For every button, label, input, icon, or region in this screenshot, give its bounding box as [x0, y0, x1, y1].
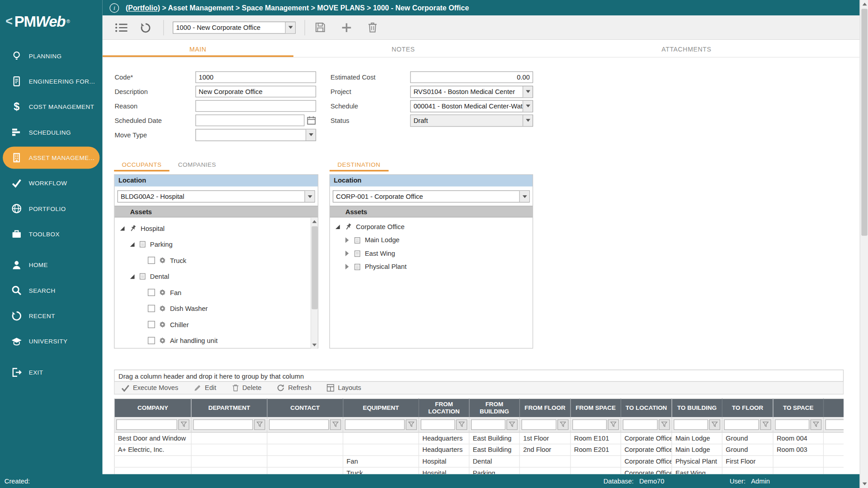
grid-row[interactable]: A+ Electric, Inc.HeadquartersEast Buildi… [114, 444, 844, 456]
chevron-down-icon[interactable] [523, 86, 533, 97]
filter-funnel-icon[interactable] [506, 419, 517, 430]
filter-funnel-icon[interactable] [760, 419, 771, 430]
sidebar-item-engineering-forms[interactable]: ENGINEERING FOR... [0, 69, 103, 94]
collapse-caret-icon[interactable] [120, 226, 125, 230]
column-filter-input[interactable] [471, 419, 505, 430]
grid-column-header[interactable]: TO FLOOR [722, 399, 773, 417]
tree-node[interactable]: Fan [114, 284, 317, 300]
tree-node[interactable]: Dental [114, 268, 317, 285]
sidebar-item-workflow[interactable]: WORKFLOW [0, 170, 103, 196]
grid-column-header[interactable]: COMPANY [114, 399, 191, 417]
tree-node[interactable]: East Wing [330, 247, 533, 260]
pmweb-logo[interactable]: < PMWeb® [0, 0, 103, 43]
filter-funnel-icon[interactable] [709, 419, 720, 430]
tree-node[interactable]: Dish Washer [114, 300, 317, 317]
tab-destination[interactable]: DESTINATION [330, 157, 389, 172]
description-field[interactable] [195, 86, 316, 98]
delete-button[interactable]: Delete [232, 384, 262, 392]
column-filter-input[interactable] [826, 419, 844, 430]
chevron-down-icon[interactable] [519, 191, 529, 202]
asset-checkbox[interactable] [148, 305, 155, 312]
column-filter-input[interactable] [116, 419, 177, 430]
collapse-caret-icon[interactable] [335, 225, 340, 229]
grid-column-header[interactable]: TO BUILDING [672, 399, 722, 417]
destination-location-select[interactable]: CORP-001 - Corporate Office [333, 190, 530, 202]
delete-record-icon[interactable] [367, 21, 379, 34]
grid-column-header[interactable]: FROM SPACE [571, 399, 621, 417]
save-icon[interactable] [314, 21, 326, 34]
expand-caret-icon[interactable] [345, 264, 349, 269]
filter-funnel-icon[interactable] [608, 419, 618, 430]
collapse-caret-icon[interactable] [130, 274, 135, 279]
info-icon[interactable]: i [109, 3, 119, 13]
sidebar-item-exit[interactable]: EXIT [0, 360, 103, 385]
code-field[interactable] [195, 71, 316, 83]
tree-node[interactable]: Main Lodge [330, 234, 533, 247]
grid-column-header[interactable]: TO SPACE [773, 399, 823, 417]
tab-occupants[interactable]: OCCUPANTS [114, 157, 169, 172]
tab-main[interactable]: MAIN [103, 40, 293, 57]
add-record-icon[interactable] [340, 21, 353, 34]
column-filter-input[interactable] [775, 419, 809, 430]
schedule-select[interactable]: 000041 - Boston Medical Center-Wat [410, 100, 533, 112]
column-filter-input[interactable] [421, 419, 455, 430]
asset-checkbox[interactable] [148, 289, 155, 296]
scheduled-date-field[interactable] [195, 114, 304, 126]
grid-column-header[interactable]: DEPARTMENT [191, 399, 267, 417]
filter-funnel-icon[interactable] [254, 419, 265, 430]
page-scrollbar[interactable] [860, 0, 868, 488]
sidebar-item-asset-management[interactable]: ASSET MANAGEME... [3, 146, 99, 169]
chevron-down-icon[interactable] [306, 129, 316, 140]
sidebar-item-planning[interactable]: PLANNING [0, 43, 103, 69]
tree-node[interactable]: Hospital [114, 220, 317, 236]
sidebar-item-search[interactable]: SEARCH [0, 278, 103, 303]
grid-column-header[interactable]: CONTACT [267, 399, 343, 417]
sidebar-item-cost-management[interactable]: $ COST MANAGEMENT [0, 94, 103, 119]
status-select[interactable]: Draft [410, 114, 533, 127]
sidebar-item-scheduling[interactable]: SCHEDULING [0, 119, 103, 145]
grid-column-header[interactable]: TO LOCATION [621, 399, 672, 417]
grid-column-header[interactable]: EQUIPMENT [343, 399, 419, 417]
sidebar-item-toolbox[interactable]: TOOLBOX [0, 221, 103, 247]
scroll-down-icon[interactable] [860, 480, 868, 488]
sidebar-item-recent[interactable]: RECENT [0, 303, 103, 328]
sidebar-item-home[interactable]: HOME [0, 252, 103, 277]
edit-button[interactable]: Edit [194, 384, 217, 392]
column-filter-input[interactable] [724, 419, 759, 430]
breadcrumb-portfolio-link[interactable]: (Portfolio) [126, 4, 160, 12]
project-select[interactable]: RVS0104 - Boston Medical Center [410, 85, 533, 98]
tree-node[interactable]: Truck [114, 252, 317, 268]
record-selector[interactable]: 1000 - New Corporate Office [173, 21, 296, 33]
filter-funnel-icon[interactable] [811, 419, 821, 430]
sidebar-item-university[interactable]: UNIVERSITY [0, 328, 103, 354]
calendar-icon[interactable] [306, 115, 316, 126]
filter-funnel-icon[interactable] [659, 419, 670, 430]
scrollbar-thumb[interactable] [861, 9, 867, 236]
scrollbar-thumb[interactable] [311, 226, 317, 310]
tab-companies[interactable]: COMPANIES [170, 157, 225, 172]
grid-row[interactable]: FanHospitalDentalCorporate OfficePhysica… [114, 455, 844, 467]
reason-field[interactable] [195, 100, 316, 112]
refresh-button[interactable]: Refresh [277, 384, 311, 392]
tab-notes[interactable]: NOTES [293, 40, 513, 57]
tree-node[interactable]: Parking [114, 236, 317, 253]
grid-column-header[interactable]: FROM BUILDING [469, 399, 519, 417]
grid-column-header[interactable] [823, 399, 844, 417]
tree-node[interactable]: Corporate Office [330, 220, 533, 233]
column-filter-input[interactable] [674, 419, 708, 430]
grid-row[interactable]: Best Door and WindowHeadquartersEast Bui… [114, 432, 844, 444]
chevron-down-icon[interactable] [304, 191, 314, 202]
column-filter-input[interactable] [572, 419, 607, 430]
estimated-cost-field[interactable] [410, 71, 533, 83]
column-filter-input[interactable] [521, 419, 556, 430]
filter-funnel-icon[interactable] [406, 419, 417, 430]
filter-funnel-icon[interactable] [178, 419, 189, 430]
column-filter-input[interactable] [193, 419, 253, 430]
asset-checkbox[interactable] [148, 337, 155, 344]
tree-node[interactable]: Chiller [114, 316, 317, 333]
tab-attachments[interactable]: ATTACHMENTS [513, 40, 860, 57]
column-filter-input[interactable] [345, 419, 405, 430]
collapse-caret-icon[interactable] [130, 242, 135, 247]
column-filter-input[interactable] [269, 419, 329, 430]
move-type-select[interactable] [195, 129, 316, 141]
